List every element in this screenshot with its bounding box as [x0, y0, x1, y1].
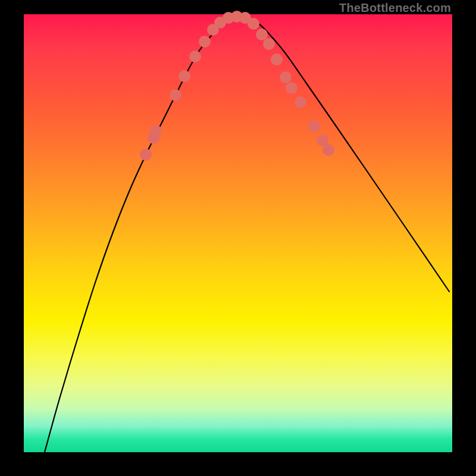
plot-area [24, 14, 452, 452]
chart-frame: TheBottleneck.com [0, 0, 476, 476]
highlight-dot [271, 54, 283, 65]
highlight-dot [140, 149, 152, 161]
highlight-dot [150, 125, 162, 137]
highlight-dot [256, 29, 268, 40]
curve-svg [24, 14, 452, 452]
highlight-dot [286, 82, 298, 94]
watermark-label: TheBottleneck.com [339, 1, 451, 15]
highlight-dot [322, 144, 334, 156]
highlight-dot [263, 38, 275, 50]
highlight-dot [170, 89, 181, 101]
highlight-dot [248, 18, 259, 30]
highlight-dot [280, 71, 292, 83]
bottleneck-curve [45, 17, 449, 452]
highlight-dot [199, 36, 211, 48]
highlight-dot [308, 120, 320, 132]
highlight-dot [295, 96, 306, 108]
highlight-dot [189, 51, 201, 62]
highlight-dots [140, 11, 334, 161]
highlight-dot [178, 70, 190, 82]
